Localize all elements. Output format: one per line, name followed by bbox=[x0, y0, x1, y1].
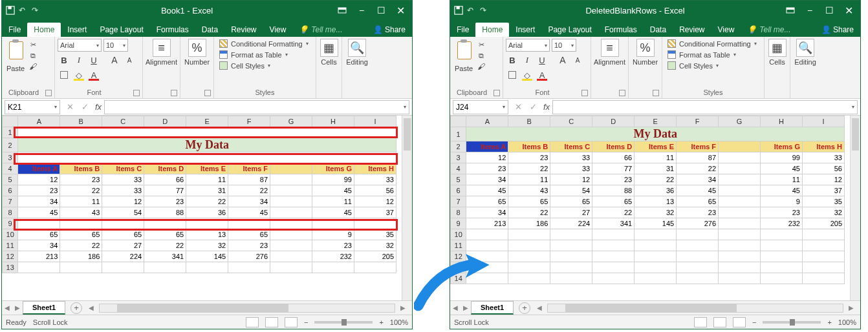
font-size-selector[interactable]: 10▾ bbox=[103, 39, 128, 52]
view-page-break-icon[interactable] bbox=[733, 317, 746, 327]
fx-icon[interactable]: fx bbox=[541, 102, 552, 112]
font-size-selector[interactable]: 10▾ bbox=[552, 39, 576, 52]
format-as-table-button[interactable]: Format as Table▾ bbox=[217, 50, 313, 59]
column-headers[interactable]: ABCDEFGHI bbox=[451, 116, 845, 127]
enter-formula-icon[interactable]: ✓ bbox=[526, 102, 541, 112]
paste-button[interactable]: Paste bbox=[5, 39, 27, 72]
grow-font-button[interactable]: A bbox=[556, 54, 569, 67]
formula-bar[interactable]: ▾ bbox=[552, 100, 858, 114]
borders-button[interactable] bbox=[58, 68, 71, 81]
editing-button[interactable]: 🔍Editing bbox=[793, 39, 818, 66]
sheet-tab-sheet1[interactable]: Sheet1 bbox=[23, 301, 65, 315]
tab-insert[interactable]: Insert bbox=[509, 23, 541, 37]
tab-file[interactable]: File bbox=[2, 23, 27, 37]
maximize-button[interactable]: ☐ bbox=[820, 3, 838, 18]
font-name-selector[interactable]: Arial▾ bbox=[506, 39, 550, 52]
title-cell[interactable]: My Data bbox=[466, 127, 845, 141]
cell-styles-button[interactable]: Cell Styles▾ bbox=[217, 61, 313, 70]
worksheet-grid[interactable]: ABCDEFGHI 1 2My Data 3 4 Items AItems BI… bbox=[2, 116, 412, 300]
view-page-layout-icon[interactable] bbox=[713, 317, 726, 327]
fx-icon[interactable]: fx bbox=[92, 102, 104, 112]
cell-styles-button[interactable]: Cell Styles▾ bbox=[665, 61, 761, 70]
tab-data[interactable]: Data bbox=[195, 23, 224, 37]
tab-page-layout[interactable]: Page Layout bbox=[541, 23, 598, 37]
alignment-button[interactable]: ≡Alignment bbox=[594, 39, 625, 66]
alignment-button[interactable]: ≡Alignment bbox=[146, 39, 177, 66]
zoom-in-button[interactable]: + bbox=[827, 318, 831, 326]
format-as-table-button[interactable]: Format as Table▾ bbox=[665, 50, 761, 59]
copy-icon[interactable] bbox=[28, 51, 38, 60]
worksheet-grid[interactable]: ABCDEFGHI 1My Data 2 Items AItems BItems… bbox=[450, 116, 860, 300]
font-color-button[interactable]: A bbox=[536, 68, 548, 81]
ribbon-options-icon[interactable] bbox=[781, 3, 799, 18]
number-dialog-launcher[interactable] bbox=[204, 90, 211, 96]
paste-button[interactable]: Paste bbox=[453, 39, 475, 72]
tab-review[interactable]: Review bbox=[673, 23, 711, 37]
underline-button[interactable]: U bbox=[87, 54, 100, 67]
tab-formulas[interactable]: Formulas bbox=[150, 23, 195, 37]
cut-icon[interactable] bbox=[28, 40, 38, 49]
clipboard-dialog-launcher[interactable] bbox=[494, 90, 500, 96]
horizontal-scrollbar[interactable] bbox=[99, 304, 395, 313]
zoom-level[interactable]: 100% bbox=[390, 318, 408, 326]
editing-button[interactable]: 🔍Editing bbox=[345, 39, 369, 66]
copy-icon[interactable] bbox=[476, 51, 486, 60]
fill-color-button[interactable]: ◇ bbox=[72, 68, 85, 81]
sheet-nav-next[interactable]: ▶ bbox=[12, 304, 23, 311]
format-painter-icon[interactable] bbox=[476, 62, 486, 71]
conditional-formatting-button[interactable]: Conditional Formatting▾ bbox=[217, 39, 313, 48]
tab-page-layout[interactable]: Page Layout bbox=[93, 23, 149, 37]
clipboard-dialog-launcher[interactable] bbox=[45, 90, 52, 96]
conditional-formatting-button[interactable]: Conditional Formatting▾ bbox=[665, 39, 761, 48]
shrink-font-button[interactable]: A bbox=[123, 54, 136, 67]
zoom-out-button[interactable]: − bbox=[752, 318, 756, 326]
bold-button[interactable]: B bbox=[506, 54, 519, 67]
zoom-slider[interactable] bbox=[763, 321, 821, 324]
zoom-level[interactable]: 100% bbox=[838, 318, 856, 326]
tell-me-search[interactable]: 💡Tell me... bbox=[292, 23, 349, 37]
zoom-in-button[interactable]: + bbox=[379, 318, 383, 326]
number-dialog-launcher[interactable] bbox=[653, 90, 659, 96]
underline-button[interactable]: U bbox=[536, 54, 548, 67]
hscroll-left[interactable]: ◀ bbox=[86, 304, 96, 311]
alignment-dialog-launcher[interactable] bbox=[619, 90, 625, 96]
tab-home[interactable]: Home bbox=[475, 23, 509, 37]
formula-bar[interactable]: ▾ bbox=[104, 100, 409, 114]
tab-insert[interactable]: Insert bbox=[61, 23, 93, 37]
tab-view[interactable]: View bbox=[711, 23, 741, 37]
tab-formulas[interactable]: Formulas bbox=[598, 23, 644, 37]
vertical-scrollbar[interactable] bbox=[402, 116, 412, 300]
italic-button[interactable]: I bbox=[72, 54, 85, 67]
number-format-button[interactable]: %Number bbox=[183, 39, 211, 66]
minimize-button[interactable]: − bbox=[353, 3, 371, 18]
redo-icon[interactable]: ↷ bbox=[480, 6, 489, 15]
name-box[interactable]: J24▾ bbox=[453, 100, 508, 114]
cells-button[interactable]: ▦Cells bbox=[767, 39, 787, 66]
close-button[interactable]: ✕ bbox=[391, 3, 409, 18]
font-name-selector[interactable]: Arial▾ bbox=[58, 39, 102, 52]
font-dialog-launcher[interactable] bbox=[133, 90, 140, 96]
borders-button[interactable] bbox=[506, 68, 519, 81]
view-normal-icon[interactable] bbox=[694, 317, 707, 327]
format-painter-icon[interactable] bbox=[28, 62, 38, 71]
save-icon[interactable] bbox=[6, 6, 15, 15]
undo-icon[interactable]: ↶ bbox=[19, 6, 28, 15]
share-button[interactable]: 👤 Share bbox=[367, 23, 412, 37]
redo-icon[interactable]: ↷ bbox=[32, 6, 41, 15]
number-format-button[interactable]: %Number bbox=[631, 39, 659, 66]
zoom-slider[interactable] bbox=[314, 321, 373, 324]
zoom-out-button[interactable]: − bbox=[304, 318, 308, 326]
font-dialog-launcher[interactable] bbox=[581, 90, 588, 96]
view-page-break-icon[interactable] bbox=[285, 317, 298, 327]
hscroll-right[interactable]: ▶ bbox=[846, 304, 856, 311]
italic-button[interactable]: I bbox=[521, 54, 534, 67]
font-color-button[interactable]: A bbox=[87, 68, 100, 81]
tab-data[interactable]: Data bbox=[644, 23, 673, 37]
minimize-button[interactable]: − bbox=[801, 3, 819, 18]
ribbon-options-icon[interactable] bbox=[333, 3, 351, 18]
new-sheet-button[interactable]: + bbox=[71, 302, 82, 314]
column-headers[interactable]: ABCDEFGHI bbox=[3, 116, 396, 127]
horizontal-scrollbar[interactable] bbox=[547, 304, 843, 313]
vertical-scrollbar[interactable] bbox=[850, 116, 860, 300]
tab-view[interactable]: View bbox=[263, 23, 293, 37]
